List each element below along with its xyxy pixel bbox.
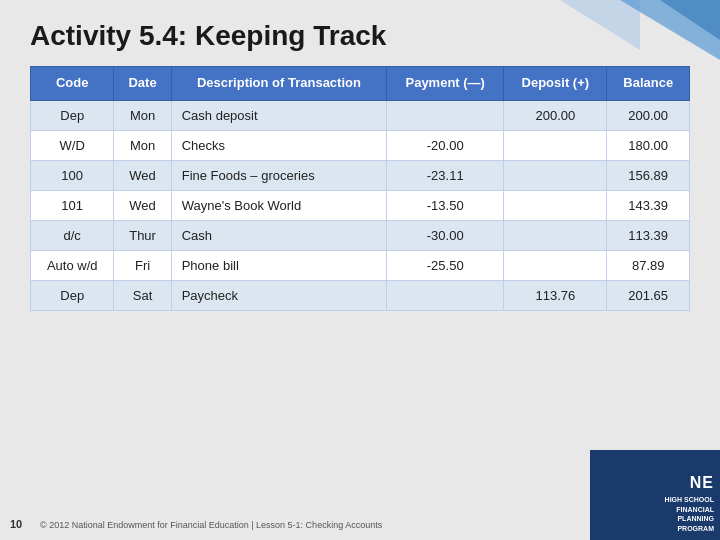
table-row: 100WedFine Foods – groceries-23.11156.89 xyxy=(31,160,690,190)
cell-balance: 180.00 xyxy=(607,130,690,160)
table-row: d/cThurCash-30.00113.39 xyxy=(31,220,690,250)
table-row: Auto w/dFriPhone bill-25.5087.89 xyxy=(31,250,690,280)
cell-date: Wed xyxy=(114,160,171,190)
cell-code: Dep xyxy=(31,280,114,310)
cell-deposit xyxy=(504,250,607,280)
cell-deposit xyxy=(504,130,607,160)
cell-date: Fri xyxy=(114,250,171,280)
col-header-deposit: Deposit (+) xyxy=(504,67,607,101)
page-container: NE HIGH SCHOOL FINANCIAL PLANNING PROGRA… xyxy=(0,0,720,540)
table-row: DepSatPaycheck113.76201.65 xyxy=(31,280,690,310)
cell-description: Wayne's Book World xyxy=(171,190,387,220)
cell-description: Checks xyxy=(171,130,387,160)
cell-date: Mon xyxy=(114,100,171,130)
footer-text: © 2012 National Endowment for Financial … xyxy=(40,520,382,530)
cell-date: Thur xyxy=(114,220,171,250)
cell-description: Paycheck xyxy=(171,280,387,310)
cell-balance: 200.00 xyxy=(607,100,690,130)
cell-date: Mon xyxy=(114,130,171,160)
cell-code: Dep xyxy=(31,100,114,130)
page-title: Activity 5.4: Keeping Track xyxy=(30,20,690,52)
cell-payment: -13.50 xyxy=(387,190,504,220)
cell-code: 100 xyxy=(31,160,114,190)
cell-balance: 143.39 xyxy=(607,190,690,220)
col-header-description: Description of Transaction xyxy=(171,67,387,101)
cell-payment: -25.50 xyxy=(387,250,504,280)
cell-deposit: 113.76 xyxy=(504,280,607,310)
cell-deposit xyxy=(504,190,607,220)
cell-code: W/D xyxy=(31,130,114,160)
cell-deposit xyxy=(504,220,607,250)
cell-description: Phone bill xyxy=(171,250,387,280)
cell-description: Fine Foods – groceries xyxy=(171,160,387,190)
col-header-date: Date xyxy=(114,67,171,101)
col-header-payment: Payment (—) xyxy=(387,67,504,101)
cell-code: 101 xyxy=(31,190,114,220)
cell-balance: 156.89 xyxy=(607,160,690,190)
cell-deposit xyxy=(504,160,607,190)
cell-code: d/c xyxy=(31,220,114,250)
cell-balance: 201.65 xyxy=(607,280,690,310)
col-header-balance: Balance xyxy=(607,67,690,101)
cell-date: Wed xyxy=(114,190,171,220)
cell-date: Sat xyxy=(114,280,171,310)
cell-payment: -30.00 xyxy=(387,220,504,250)
transaction-table: Code Date Description of Transaction Pay… xyxy=(30,66,690,311)
cell-payment: -20.00 xyxy=(387,130,504,160)
content-area: Activity 5.4: Keeping Track Code Date De… xyxy=(0,0,720,540)
table-row: DepMonCash deposit200.00200.00 xyxy=(31,100,690,130)
cell-deposit: 200.00 xyxy=(504,100,607,130)
table-header-row: Code Date Description of Transaction Pay… xyxy=(31,67,690,101)
cell-balance: 87.89 xyxy=(607,250,690,280)
cell-payment: -23.11 xyxy=(387,160,504,190)
cell-payment xyxy=(387,100,504,130)
cell-payment xyxy=(387,280,504,310)
cell-description: Cash xyxy=(171,220,387,250)
table-row: 101WedWayne's Book World-13.50143.39 xyxy=(31,190,690,220)
cell-code: Auto w/d xyxy=(31,250,114,280)
col-header-code: Code xyxy=(31,67,114,101)
cell-balance: 113.39 xyxy=(607,220,690,250)
cell-description: Cash deposit xyxy=(171,100,387,130)
page-number: 10 xyxy=(10,518,22,530)
table-row: W/DMonChecks-20.00180.00 xyxy=(31,130,690,160)
